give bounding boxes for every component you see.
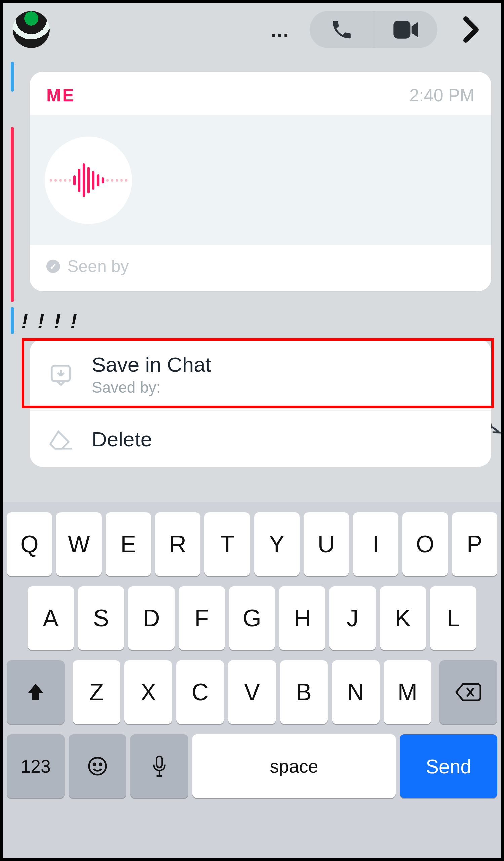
save-title: Save in Chat [92, 353, 211, 377]
more-options-button[interactable]: ... [271, 18, 290, 41]
key-g[interactable]: G [229, 586, 275, 650]
save-in-chat-option[interactable]: Save in Chat Saved by: [30, 339, 491, 410]
keyboard-row-1: QWERTYUIOP [7, 512, 497, 576]
save-subtitle: Saved by: [92, 378, 211, 397]
key-f[interactable]: F [179, 586, 225, 650]
delete-option-text: Delete [92, 427, 152, 451]
space-key[interactable]: space [192, 734, 396, 798]
video-call-button[interactable] [374, 11, 437, 48]
key-o[interactable]: O [403, 512, 448, 576]
shift-key[interactable] [7, 660, 65, 724]
dictation-key[interactable] [130, 734, 188, 798]
key-c[interactable]: C [176, 660, 224, 724]
save-option-text: Save in Chat Saved by: [92, 353, 211, 397]
backspace-icon [455, 683, 482, 701]
key-y[interactable]: Y [254, 512, 299, 576]
key-v[interactable]: V [228, 660, 276, 724]
eraser-icon [48, 427, 73, 450]
key-s[interactable]: S [78, 586, 124, 650]
chevron-right-icon [463, 16, 479, 43]
app-frame: ... ! ! ! ! ME 2:40 PM [0, 0, 504, 861]
keyboard-row-bottom: 123 space Send [7, 734, 497, 798]
seen-status-row: ✓ Seen by [30, 245, 491, 291]
back-button[interactable] [451, 11, 491, 48]
call-button-group [310, 11, 437, 48]
save-icon [48, 363, 73, 387]
key-b[interactable]: B [280, 660, 328, 724]
phone-icon [330, 18, 353, 41]
key-l[interactable]: L [430, 586, 476, 650]
key-p[interactable]: P [452, 512, 497, 576]
message-sender-label: ME [46, 85, 75, 105]
message-context-menu: Save in Chat Saved by: Delete [30, 339, 491, 467]
key-t[interactable]: T [205, 512, 250, 576]
key-m[interactable]: M [383, 660, 431, 724]
svg-point-3 [89, 758, 106, 775]
microphone-icon [151, 754, 168, 778]
key-q[interactable]: Q [7, 512, 52, 576]
voice-message-card[interactable]: ME 2:40 PM [30, 72, 491, 291]
svg-point-4 [94, 764, 96, 765]
emoji-key[interactable] [69, 734, 126, 798]
key-z[interactable]: Z [73, 660, 121, 724]
send-key[interactable]: Send [400, 734, 497, 798]
key-u[interactable]: U [304, 512, 349, 576]
key-i[interactable]: I [353, 512, 398, 576]
svg-rect-6 [157, 756, 163, 767]
message-timestamp: 2:40 PM [409, 85, 474, 105]
key-x[interactable]: X [124, 660, 172, 724]
delete-option[interactable]: Delete [30, 410, 491, 467]
key-w[interactable]: W [56, 512, 101, 576]
voice-play-button[interactable] [45, 137, 132, 224]
key-n[interactable]: N [332, 660, 380, 724]
check-icon: ✓ [46, 260, 60, 273]
key-j[interactable]: J [330, 586, 376, 650]
key-d[interactable]: D [128, 586, 174, 650]
message-indicator-bar [11, 307, 14, 334]
message-indicator-bar [11, 62, 14, 92]
numbers-key[interactable]: 123 [7, 734, 65, 798]
voice-call-button[interactable] [310, 11, 374, 48]
own-message-indicator-bar [11, 127, 14, 302]
on-screen-keyboard: QWERTYUIOP ASDFGHJKL ZXCVBNM 123 space S… [3, 502, 501, 858]
key-h[interactable]: H [279, 586, 325, 650]
keyboard-row-2: ASDFGHJKL [7, 586, 497, 650]
key-e[interactable]: E [106, 512, 151, 576]
background-message-text: ! ! ! ! [21, 310, 79, 333]
voice-note-area[interactable] [30, 115, 491, 245]
delete-title: Delete [92, 427, 152, 451]
key-a[interactable]: A [28, 586, 74, 650]
friend-avatar[interactable] [13, 11, 50, 48]
svg-point-5 [99, 764, 101, 765]
message-header: ME 2:40 PM [30, 72, 491, 115]
seen-by-label: Seen by [67, 257, 129, 276]
backspace-key[interactable] [439, 660, 497, 724]
svg-rect-0 [393, 20, 410, 38]
emoji-icon [87, 756, 108, 776]
waveform-icon [50, 163, 127, 197]
shift-icon [26, 682, 46, 702]
key-k[interactable]: K [380, 586, 426, 650]
key-r[interactable]: R [155, 512, 200, 576]
video-icon [392, 19, 419, 40]
keyboard-row-3: ZXCVBNM [7, 660, 497, 724]
chat-header: ... [3, 3, 501, 56]
